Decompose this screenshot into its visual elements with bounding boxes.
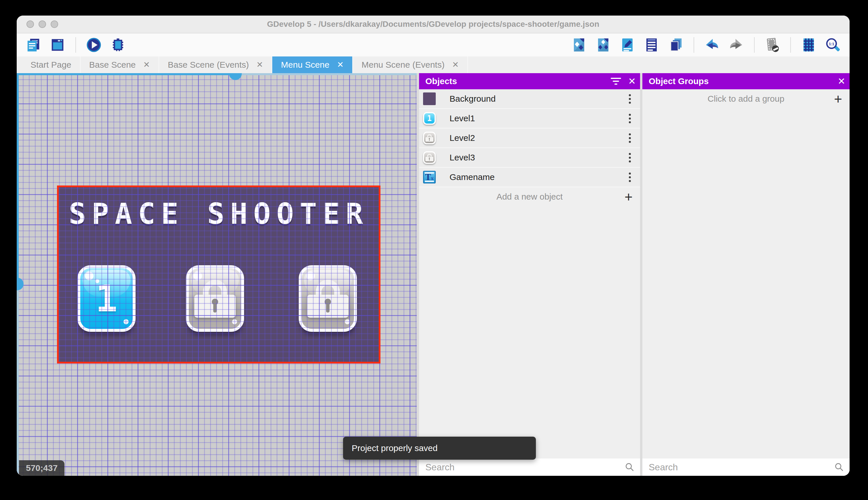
close-window-button[interactable] [26,21,34,28]
tab-base-scene[interactable]: Base Scene ✕ [81,56,159,73]
horizontal-scrollbar-thumb[interactable] [229,73,242,80]
toolbar-right-group: 1:1 [571,37,841,53]
debug-icon[interactable] [110,37,126,53]
panel-resize-gutter[interactable] [417,73,419,476]
close-panel-icon[interactable]: ✕ [624,73,640,89]
object-thumbnail [423,92,436,105]
object-name: Level3 [449,153,623,162]
level2-button-instance[interactable] [186,265,244,332]
objects-panel: Objects ✕ Background 1 Level1 [419,73,640,476]
object-row-level1[interactable]: 1 Level1 [419,109,640,128]
scene-properties-icon[interactable] [49,37,66,53]
zoom-original-icon[interactable]: 1:1 [825,37,841,53]
object-row-level2[interactable]: Level2 [419,128,640,148]
object-row-background[interactable]: Background [419,89,640,109]
objects-search-input[interactable] [419,462,640,473]
scrollbar-fill [17,73,230,75]
add-new-object-button[interactable]: Add a new object + [419,187,640,206]
toast-message: Project properly saved [352,443,437,453]
object-thumbnail [423,132,436,144]
instances-list-icon[interactable] [644,37,660,53]
redo-icon[interactable] [728,37,744,53]
panel-resize-gutter[interactable] [640,73,642,476]
groups-search-input[interactable] [642,462,849,473]
level1-thumb: 1 [423,112,436,125]
close-tab-icon[interactable]: ✕ [452,61,459,69]
object-menu-icon[interactable] [623,132,636,144]
undo-icon[interactable] [704,37,720,53]
toggle-window-mask-icon[interactable] [764,37,781,53]
scene-editor-canvas[interactable]: SPACE SHOOTER 1 [17,73,417,476]
toolbar-left-group [25,37,126,53]
object-name: Level1 [449,113,623,123]
tab-label: Menu Scene [281,60,329,70]
object-groups-editor-icon[interactable] [595,37,611,53]
object-name: Level2 [449,133,623,143]
objects-panel-title: Objects [419,76,608,86]
close-panel-icon[interactable]: ✕ [833,73,849,89]
tab-menu-scene[interactable]: Menu Scene ✕ [272,56,353,73]
toolbar-separator [694,37,694,53]
thumb-digit: 1 [424,113,435,124]
lock-thumb [423,132,436,144]
properties-icon[interactable] [619,37,635,53]
object-menu-icon[interactable] [623,151,636,164]
close-tab-icon[interactable]: ✕ [337,61,344,69]
level1-button-instance[interactable]: 1 [78,265,136,332]
horizontal-scrollbar[interactable] [17,73,417,75]
window-title: GDevelop 5 - /Users/dkarakay/Documents/G… [267,20,599,29]
object-thumbnail: 1 [423,112,436,125]
text-object-thumb: Tx [423,171,436,183]
object-menu-icon[interactable] [623,92,636,105]
plus-icon[interactable]: + [834,89,842,108]
object-name: Background [449,94,623,104]
objects-panel-header: Objects ✕ [419,73,640,89]
add-group-label: Click to add a group [708,94,785,104]
vertical-scrollbar[interactable] [17,73,19,476]
object-menu-icon[interactable] [623,171,636,183]
vertical-scrollbar-thumb[interactable] [17,278,24,290]
tab-label: Base Scene [89,60,136,70]
object-row-level3[interactable]: Level3 [419,148,640,168]
objects-search-bar [419,458,640,476]
add-new-object-label: Add a new object [496,192,563,202]
tab-label: Base Scene (Events) [168,60,249,70]
object-name: Gamename [449,172,623,182]
tab-label: Start Page [31,60,71,70]
play-icon[interactable] [86,37,102,53]
object-thumbnail [423,151,436,164]
lock-icon [189,268,241,329]
tab-start-page[interactable]: Start Page [22,56,81,73]
lock-thumb [423,151,436,164]
close-tab-icon[interactable]: ✕ [256,61,263,69]
object-row-gamename[interactable]: Tx Gamename [419,168,640,187]
objects-panel-empty-space [419,206,640,458]
tab-base-scene-events[interactable]: Base Scene (Events) ✕ [159,56,272,73]
plus-icon[interactable]: + [624,187,633,206]
object-groups-panel: Object Groups ✕ Click to add a group + [642,73,849,476]
groups-search-bar [642,458,849,476]
minimize-window-button[interactable] [38,21,46,28]
tab-menu-scene-events[interactable]: Menu Scene (Events) ✕ [353,56,468,73]
title-bar: GDevelop 5 - /Users/dkarakay/Documents/G… [17,15,849,33]
filter-icon[interactable] [608,73,624,89]
scene-title-text-instance[interactable]: SPACE SHOOTER [57,197,380,231]
add-group-button[interactable]: Click to add a group + [642,89,849,108]
objects-editor-icon[interactable] [571,37,587,53]
grid-icon[interactable] [801,37,817,53]
object-menu-icon[interactable] [623,112,636,125]
groups-panel-empty-space [642,108,849,458]
cursor-coordinates: 570;437 [19,460,64,476]
close-tab-icon[interactable]: ✕ [143,61,150,69]
maximize-window-button[interactable] [51,21,58,28]
project-manager-icon[interactable] [25,37,42,53]
level3-button-instance[interactable] [299,265,357,332]
lock-icon [302,268,354,329]
window-controls [26,15,58,33]
scrollbar-fill [17,73,19,278]
object-groups-panel-title: Object Groups [642,76,833,86]
layers-icon[interactable] [668,37,684,53]
object-thumbnail: Tx [423,171,436,183]
scene-background-instance[interactable]: SPACE SHOOTER 1 [57,185,380,363]
toolbar-separator [754,37,754,53]
